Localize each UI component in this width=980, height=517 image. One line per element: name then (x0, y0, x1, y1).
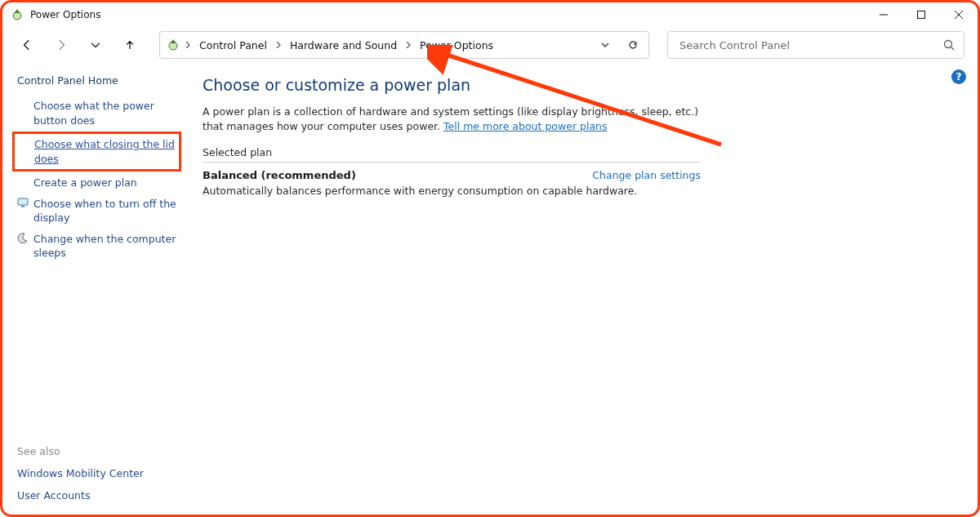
bullet-icon (18, 137, 29, 149)
up-button[interactable] (115, 30, 145, 60)
search-input[interactable] (678, 38, 942, 52)
main-pane: Choose or customize a power plan A power… (186, 63, 978, 515)
sidebar-item-turn-off-display[interactable]: Choose when to turn off the display (16, 194, 181, 228)
window-title: Power Options (30, 9, 100, 20)
location-icon (167, 38, 180, 51)
breadcrumb-control-panel[interactable]: Control Panel (196, 33, 270, 57)
svg-rect-1 (918, 11, 925, 19)
bullet-icon (17, 99, 29, 110)
content-area: Control Panel Home Choose what the power… (2, 63, 978, 515)
sidebar-item-label: Create a power plan (33, 176, 137, 190)
breadcrumb-hardware-and-sound[interactable]: Hardware and Sound (287, 33, 400, 57)
sidebar-item-label: Change when the computer sleeps (33, 232, 181, 261)
sidebar-item-label: Choose when to turn off the display (33, 197, 181, 225)
chevron-right-icon[interactable] (183, 42, 193, 48)
forward-button[interactable] (47, 30, 76, 60)
plan-name: Balanced (recommended) (203, 169, 356, 181)
breadcrumb-power-options[interactable]: Power Options (416, 33, 497, 57)
control-panel-home-link[interactable]: Control Panel Home (16, 66, 181, 96)
window-controls (865, 2, 978, 27)
bullet-icon (17, 176, 29, 187)
see-also-header: See also (17, 445, 181, 457)
close-button[interactable] (940, 2, 978, 27)
plan-description: Automatically balances performance with … (203, 185, 701, 197)
moon-icon (17, 232, 29, 243)
refresh-button[interactable] (621, 33, 645, 57)
sidebar-item-closing-lid[interactable]: Choose what closing the lid does (12, 131, 181, 172)
svg-point-3 (945, 41, 952, 48)
sidebar-item-power-button[interactable]: Choose what the power button does (16, 96, 181, 130)
app-icon (11, 8, 24, 21)
minimize-button[interactable] (865, 2, 902, 27)
search-icon (942, 38, 956, 51)
titlebar: Power Options (2, 2, 978, 27)
display-icon (17, 197, 29, 208)
back-button[interactable] (12, 30, 42, 60)
page-description: A power plan is a collection of hardware… (203, 105, 709, 136)
address-bar[interactable]: Control Panel Hardware and Sound Power O… (159, 31, 649, 59)
see-also-mobility-center[interactable]: Windows Mobility Center (17, 467, 181, 479)
power-options-window: Power Options Control Panel Hardware (0, 0, 980, 517)
page-heading: Choose or customize a power plan (203, 76, 953, 94)
power-plan: Balanced (recommended) Change plan setti… (203, 169, 701, 197)
see-also-user-accounts[interactable]: User Accounts (17, 489, 181, 501)
learn-more-link[interactable]: Tell me more about power plans (443, 120, 607, 132)
recent-locations-button[interactable] (81, 30, 110, 60)
svg-rect-5 (21, 206, 24, 207)
side-pane: Control Panel Home Choose what the power… (2, 63, 186, 515)
chevron-right-icon[interactable] (403, 42, 413, 48)
sidebar-item-label: Choose what the power button does (33, 99, 181, 127)
sidebar-item-create-plan[interactable]: Create a power plan (16, 173, 181, 193)
navigation-toolbar: Control Panel Hardware and Sound Power O… (2, 27, 978, 63)
sidebar-item-computer-sleeps[interactable]: Change when the computer sleeps (16, 230, 181, 263)
svg-rect-4 (18, 198, 28, 205)
maximize-button[interactable] (902, 2, 940, 27)
chevron-right-icon[interactable] (274, 42, 283, 48)
address-dropdown-button[interactable] (593, 33, 617, 57)
change-plan-settings-link[interactable]: Change plan settings (592, 169, 701, 181)
selected-plan-header: Selected plan (203, 146, 701, 163)
sidebar-item-label: Choose what closing the lid does (34, 137, 176, 166)
search-box[interactable] (667, 31, 964, 59)
